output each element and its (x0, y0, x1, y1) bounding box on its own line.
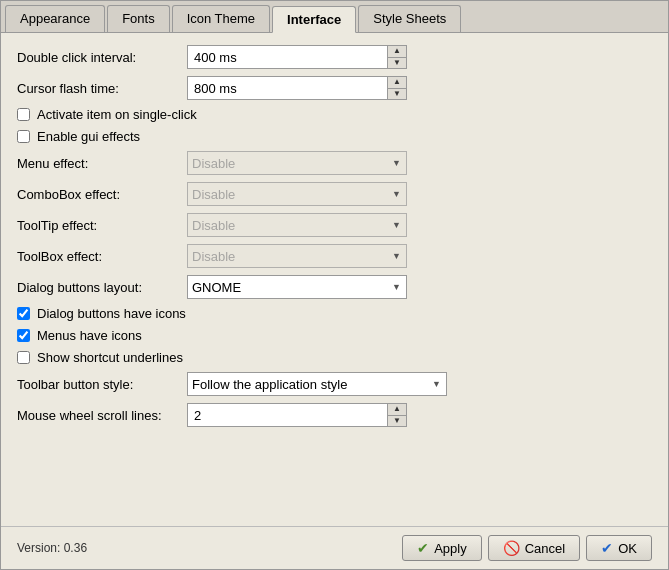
tab-style-sheets[interactable]: Style Sheets (358, 5, 461, 32)
menus-icons-checkbox[interactable] (17, 329, 30, 342)
footer-buttons: ✔ Apply 🚫 Cancel ✔ OK (402, 535, 652, 561)
menu-effect-label: Menu effect: (17, 156, 187, 171)
shortcut-underlines-row: Show shortcut underlines (17, 350, 652, 365)
mouse-wheel-label: Mouse wheel scroll lines: (17, 408, 187, 423)
enable-gui-row: Enable gui effects (17, 129, 652, 144)
double-click-control: ▲ ▼ (187, 45, 652, 69)
toolbox-effect-label: ToolBox effect: (17, 249, 187, 264)
combobox-effect-label: ComboBox effect: (17, 187, 187, 202)
combobox-effect-row: ComboBox effect: Disable (17, 182, 652, 206)
toolbar-style-row: Toolbar button style: Follow the applica… (17, 372, 652, 396)
double-click-row: Double click interval: ▲ ▼ (17, 45, 652, 69)
apply-label: Apply (434, 541, 467, 556)
toolbar-style-label: Toolbar button style: (17, 377, 187, 392)
double-click-spinbox-buttons: ▲ ▼ (387, 46, 406, 68)
cursor-flash-control: ▲ ▼ (187, 76, 652, 100)
tooltip-effect-row: ToolTip effect: Disable (17, 213, 652, 237)
cancel-icon: 🚫 (503, 540, 520, 556)
toolbox-effect-control: Disable (187, 244, 652, 268)
cursor-flash-spin-up[interactable]: ▲ (388, 77, 406, 89)
menu-effect-control: Disable (187, 151, 652, 175)
toolbox-effect-select[interactable]: Disable (187, 244, 407, 268)
dialog-layout-label: Dialog buttons layout: (17, 280, 187, 295)
cancel-label: Cancel (525, 541, 565, 556)
apply-button[interactable]: ✔ Apply (402, 535, 482, 561)
ok-icon: ✔ (601, 540, 613, 556)
mouse-wheel-control: ▲ ▼ (187, 403, 652, 427)
activate-item-checkbox[interactable] (17, 108, 30, 121)
tooltip-effect-label: ToolTip effect: (17, 218, 187, 233)
tooltip-effect-combo-wrapper: Disable (187, 213, 407, 237)
tab-fonts[interactable]: Fonts (107, 5, 170, 32)
combobox-effect-control: Disable (187, 182, 652, 206)
mouse-wheel-spinbox-buttons: ▲ ▼ (387, 404, 406, 426)
dialog-layout-select[interactable]: GNOME (187, 275, 407, 299)
toolbar-style-control: Follow the application style (187, 372, 652, 396)
dialog-icons-label[interactable]: Dialog buttons have icons (37, 306, 186, 321)
double-click-input[interactable] (188, 46, 387, 68)
mouse-wheel-row: Mouse wheel scroll lines: ▲ ▼ (17, 403, 652, 427)
activate-item-label[interactable]: Activate item on single-click (37, 107, 197, 122)
mouse-wheel-spinbox[interactable]: ▲ ▼ (187, 403, 407, 427)
footer: Version: 0.36 ✔ Apply 🚫 Cancel ✔ OK (1, 526, 668, 569)
combobox-effect-select[interactable]: Disable (187, 182, 407, 206)
double-click-spin-up[interactable]: ▲ (388, 46, 406, 58)
shortcut-underlines-checkbox[interactable] (17, 351, 30, 364)
tab-interface[interactable]: Interface (272, 6, 356, 33)
cursor-flash-input[interactable] (188, 77, 387, 99)
double-click-spin-down[interactable]: ▼ (388, 58, 406, 69)
menus-icons-row: Menus have icons (17, 328, 652, 343)
toolbar-style-select[interactable]: Follow the application style (187, 372, 447, 396)
toolbox-effect-combo-wrapper: Disable (187, 244, 407, 268)
tooltip-effect-control: Disable (187, 213, 652, 237)
main-window: Appearance Fonts Icon Theme Interface St… (0, 0, 669, 570)
toolbar-style-combo-wrapper: Follow the application style (187, 372, 447, 396)
tooltip-effect-select[interactable]: Disable (187, 213, 407, 237)
cursor-flash-spin-down[interactable]: ▼ (388, 89, 406, 100)
ok-label: OK (618, 541, 637, 556)
cancel-button[interactable]: 🚫 Cancel (488, 535, 580, 561)
mouse-wheel-input[interactable] (188, 404, 387, 426)
dialog-layout-combo-wrapper: GNOME (187, 275, 407, 299)
dialog-icons-row: Dialog buttons have icons (17, 306, 652, 321)
content-area: Double click interval: ▲ ▼ Cursor flash … (1, 33, 668, 526)
mouse-wheel-spin-up[interactable]: ▲ (388, 404, 406, 416)
apply-icon: ✔ (417, 540, 429, 556)
cursor-flash-row: Cursor flash time: ▲ ▼ (17, 76, 652, 100)
tab-icon-theme[interactable]: Icon Theme (172, 5, 270, 32)
double-click-label: Double click interval: (17, 50, 187, 65)
version-label: Version: 0.36 (17, 541, 87, 555)
menus-icons-label[interactable]: Menus have icons (37, 328, 142, 343)
tab-appearance[interactable]: Appearance (5, 5, 105, 32)
ok-button[interactable]: ✔ OK (586, 535, 652, 561)
combobox-effect-combo-wrapper: Disable (187, 182, 407, 206)
cursor-flash-label: Cursor flash time: (17, 81, 187, 96)
shortcut-underlines-label[interactable]: Show shortcut underlines (37, 350, 183, 365)
dialog-layout-row: Dialog buttons layout: GNOME (17, 275, 652, 299)
menu-effect-row: Menu effect: Disable (17, 151, 652, 175)
mouse-wheel-spin-down[interactable]: ▼ (388, 416, 406, 427)
cursor-flash-spinbox-buttons: ▲ ▼ (387, 77, 406, 99)
tab-bar: Appearance Fonts Icon Theme Interface St… (1, 1, 668, 33)
double-click-spinbox[interactable]: ▲ ▼ (187, 45, 407, 69)
dialog-layout-control: GNOME (187, 275, 652, 299)
toolbox-effect-row: ToolBox effect: Disable (17, 244, 652, 268)
enable-gui-label[interactable]: Enable gui effects (37, 129, 140, 144)
menu-effect-select[interactable]: Disable (187, 151, 407, 175)
activate-item-row: Activate item on single-click (17, 107, 652, 122)
cursor-flash-spinbox[interactable]: ▲ ▼ (187, 76, 407, 100)
dialog-icons-checkbox[interactable] (17, 307, 30, 320)
menu-effect-combo-wrapper: Disable (187, 151, 407, 175)
enable-gui-checkbox[interactable] (17, 130, 30, 143)
